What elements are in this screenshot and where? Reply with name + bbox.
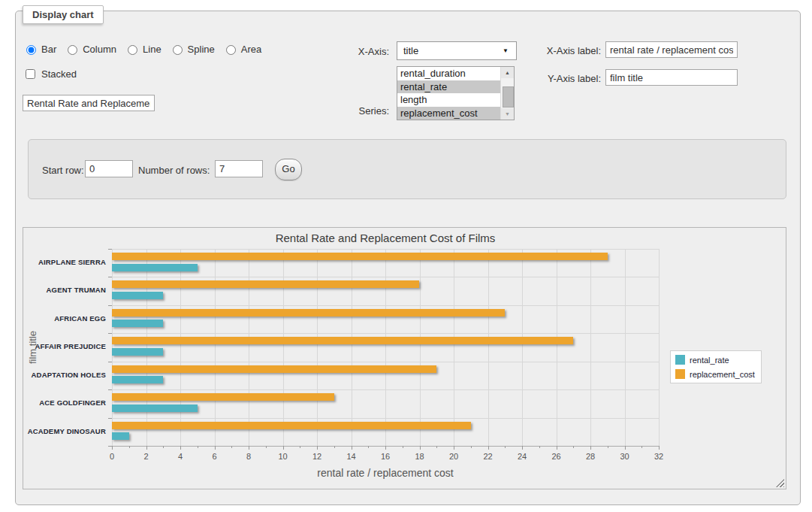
gridline-vertical xyxy=(625,249,626,446)
resize-grip-icon[interactable] xyxy=(776,479,784,487)
gridline-vertical xyxy=(522,249,523,446)
scroll-down-icon[interactable]: ▼ xyxy=(501,108,514,120)
x-axis-tick xyxy=(659,446,660,450)
x-axis-tick xyxy=(608,446,608,448)
y-axis-tick xyxy=(108,418,112,419)
legend-item-rental_rate[interactable]: rental_rate xyxy=(675,355,755,365)
chart-legend: rental_ratereplacement_cost xyxy=(670,350,762,383)
legend-label: replacement_cost xyxy=(690,370,755,379)
stacked-checkbox-row[interactable]: Stacked xyxy=(23,67,77,81)
radio-line[interactable] xyxy=(128,45,137,55)
go-button[interactable]: Go xyxy=(275,159,302,180)
x-tick-label: 12 xyxy=(303,452,331,461)
legend-swatch-icon xyxy=(675,355,685,365)
radio-label: Bar xyxy=(41,44,56,55)
gridline-horizontal xyxy=(112,418,659,419)
bar-rental_rate xyxy=(112,348,163,356)
x-axis-tick xyxy=(146,446,147,450)
x-tick-label: 24 xyxy=(509,452,536,461)
bar-replacement_cost xyxy=(112,309,505,317)
x-axis-select[interactable]: title ▼ xyxy=(397,41,517,60)
radio-label: Area xyxy=(241,44,261,55)
gridline-vertical xyxy=(249,249,249,446)
y-category-label: ADAPTATION HOLES xyxy=(23,371,106,379)
x-axis-tick xyxy=(436,446,437,448)
x-axis-tick xyxy=(420,446,421,450)
bar-rental_rate xyxy=(112,320,163,327)
y-axis-label-input[interactable] xyxy=(605,69,738,86)
x-tick-label: 22 xyxy=(475,452,502,461)
x-axis-tick xyxy=(641,446,642,448)
scrollbar-thumb[interactable] xyxy=(503,86,514,108)
series-option-rental_duration[interactable]: rental_duration xyxy=(397,67,501,80)
gridline-vertical xyxy=(557,249,557,446)
chart-type-radio-bar[interactable]: Bar xyxy=(23,43,56,55)
radio-spline[interactable] xyxy=(173,45,183,55)
chart-title-input[interactable] xyxy=(23,95,155,111)
chart-type-radio-spline[interactable]: Spline xyxy=(169,43,215,55)
radio-bar[interactable] xyxy=(26,45,36,55)
chart-type-radio-line[interactable]: Line xyxy=(124,43,161,55)
gridline-vertical xyxy=(488,249,489,446)
bar-replacement_cost xyxy=(112,365,436,373)
gridline-vertical xyxy=(659,249,660,446)
chart-type-radio-column[interactable]: Column xyxy=(64,43,116,55)
x-axis-title: rental rate / replacement cost xyxy=(112,467,659,479)
x-tick-label: 2 xyxy=(133,452,160,461)
x-tick-label: 4 xyxy=(167,452,194,461)
series-option-replacement_cost[interactable]: replacement_cost xyxy=(397,107,501,120)
num-rows-input[interactable] xyxy=(215,160,263,177)
series-option-rental_rate[interactable]: rental_rate xyxy=(397,80,501,94)
chart-type-radio-area[interactable]: Area xyxy=(222,43,261,55)
rows-panel: Start row: Number of rows: Go xyxy=(28,139,786,199)
x-tick-label: 20 xyxy=(440,452,467,461)
legend-item-replacement_cost[interactable]: replacement_cost xyxy=(675,369,755,379)
start-row-label: Start row: xyxy=(42,165,84,176)
x-axis-tick xyxy=(300,446,300,448)
legend-swatch-icon xyxy=(675,369,685,379)
x-axis-tick xyxy=(454,446,454,450)
x-tick-label: 26 xyxy=(543,452,570,461)
x-axis-tick xyxy=(283,446,284,450)
bar-rental_rate xyxy=(112,404,198,412)
gridline-horizontal xyxy=(112,305,659,306)
gridline-horizontal xyxy=(112,362,659,362)
x-axis-label-field-label: X-Axis label: xyxy=(526,45,601,56)
scrollbar[interactable]: ▲ ▼ xyxy=(500,67,514,120)
x-axis-tick xyxy=(215,446,216,450)
gridline-vertical xyxy=(352,249,352,446)
y-category-label: AGENT TRUMAN xyxy=(23,286,106,294)
x-tick-label: 16 xyxy=(372,452,399,461)
y-axis-tick xyxy=(108,305,112,306)
x-axis-label-input[interactable] xyxy=(605,41,738,58)
gridline-horizontal xyxy=(112,333,659,334)
x-tick-label: 32 xyxy=(645,452,672,461)
gridline-horizontal xyxy=(112,277,659,277)
x-axis-tick xyxy=(180,446,181,450)
y-axis-tick xyxy=(108,389,112,390)
series-option-length[interactable]: length xyxy=(397,93,501,107)
y-category-label: ACADEMY DINOSAUR xyxy=(23,427,106,435)
x-axis-tick xyxy=(625,446,626,450)
gridline-vertical xyxy=(420,249,421,446)
x-axis-tick xyxy=(590,446,591,450)
x-axis-tick xyxy=(368,446,369,448)
x-tick-label: 8 xyxy=(235,452,262,461)
plot-area xyxy=(112,249,659,446)
chart-type-radio-group: BarColumnLineSplineArea xyxy=(23,43,261,55)
radio-area[interactable] xyxy=(226,45,236,55)
x-tick-label: 6 xyxy=(201,452,228,461)
stacked-checkbox[interactable] xyxy=(26,69,35,79)
x-axis-select-label: X-Axis: xyxy=(314,46,389,57)
radio-column[interactable] xyxy=(68,45,77,55)
x-tick-label: 14 xyxy=(338,452,365,461)
x-axis-tick xyxy=(129,446,130,448)
x-tick-label: 28 xyxy=(577,452,604,461)
bar-rental_rate xyxy=(112,292,163,299)
bar-rental_rate xyxy=(112,376,163,383)
series-multiselect[interactable]: ▲ ▼ rental_durationrental_ratelengthrepl… xyxy=(397,66,515,120)
scroll-up-icon[interactable]: ▲ xyxy=(501,67,514,78)
gridline-vertical xyxy=(180,249,181,446)
page: Display chart BarColumnLineSplineArea St… xyxy=(0,0,812,512)
start-row-input[interactable] xyxy=(85,160,133,177)
